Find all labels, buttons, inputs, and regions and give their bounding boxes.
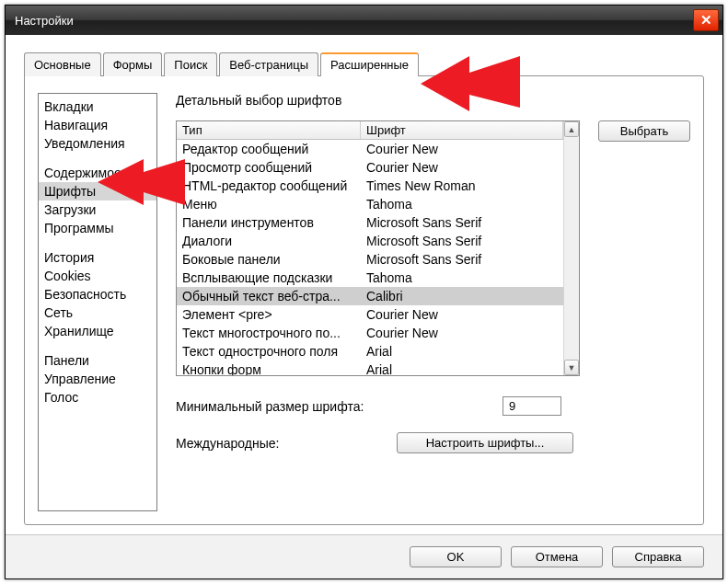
min-font-input[interactable] [503,396,561,416]
content-area: ОсновныеФормыПоискВеб-страницыРасширенны… [6,35,722,534]
settings-window: Настройки ✕ ОсновныеФормыПоискВеб-страни… [5,5,723,579]
cell-font: Microsoft Sans Serif [361,232,563,250]
font-selection-row: Тип Шрифт Редактор сообщенийCourier NewП… [176,120,690,376]
section-title: Детальный выбор шрифтов [176,93,690,108]
cell-type: Всплывающие подсказки [177,269,361,287]
scroll-track[interactable] [564,137,579,360]
category-sidebar: ВкладкиНавигацияУведомленияСодержимоеШри… [38,93,157,511]
tab-веб-страницы[interactable]: Веб-страницы [219,52,318,76]
font-table: Тип Шрифт Редактор сообщенийCourier NewП… [176,120,580,376]
cell-type: Текст многострочного по... [177,324,361,342]
table-row[interactable]: ДиалогиMicrosoft Sans Serif [177,232,563,250]
cell-type: Редактор сообщений [177,140,361,158]
cancel-button[interactable]: Отмена [511,546,603,567]
sidebar-item[interactable]: Навигация [39,116,156,134]
intl-label: Международные: [176,436,397,451]
tab-формы[interactable]: Формы [103,52,163,76]
sidebar-item[interactable]: Голос [39,388,156,407]
titlebar: Настройки ✕ [6,6,722,35]
scroll-down-icon[interactable]: ▼ [564,360,579,375]
font-table-body: Редактор сообщенийCourier NewПросмотр со… [177,140,563,375]
ok-button[interactable]: OK [410,546,502,567]
dialog-footer: OK Отмена Справка [6,534,722,578]
sidebar-item[interactable]: Шрифты [39,182,156,200]
cell-font: Tahoma [361,269,563,287]
sidebar-item[interactable]: Управление [39,370,156,388]
table-row[interactable]: Элемент <pre>Courier New [177,305,563,324]
cell-font: Arial [361,342,563,361]
cell-type: Просмотр сообщений [177,158,361,177]
cell-type: HTML-редактор сообщений [177,177,361,195]
font-table-header: Тип Шрифт [177,121,563,140]
sidebar-item[interactable]: Программы [39,219,156,237]
sidebar-item[interactable]: Уведомления [39,134,156,153]
sidebar-item[interactable]: Панели [39,351,156,370]
sidebar-item[interactable]: Хранилище [39,322,156,340]
table-row[interactable]: Текст многострочного по...Courier New [177,324,563,342]
sidebar-item[interactable]: Содержимое [39,164,156,182]
table-row[interactable]: Текст однострочного поляArial [177,342,563,361]
sidebar-item[interactable]: Загрузки [39,200,156,219]
cell-font: Times New Roman [361,177,563,195]
table-row[interactable]: Редактор сообщенийCourier New [177,140,563,158]
tab-panel: ВкладкиНавигацияУведомленияСодержимоеШри… [24,75,704,525]
table-row[interactable]: Просмотр сообщенийCourier New [177,158,563,177]
min-font-label: Минимальный размер шрифта: [176,399,397,414]
cell-font: Calibri [361,287,563,305]
intl-row: Международные: Настроить шрифты... [176,432,690,453]
sidebar-item[interactable]: Cookies [39,267,156,285]
tab-расширенные[interactable]: Расширенные [320,52,419,76]
vertical-scrollbar[interactable]: ▲ ▼ [563,121,579,375]
sidebar-item[interactable]: Безопасность [39,285,156,303]
table-row[interactable]: HTML-редактор сообщенийTimes New Roman [177,177,563,195]
cell-type: Панели инструментов [177,213,361,232]
table-row[interactable]: Обычный текст веб-стра...Calibri [177,287,563,305]
min-font-row: Минимальный размер шрифта: [176,396,690,416]
cell-type: Кнопки форм [177,361,361,375]
close-button[interactable]: ✕ [693,9,719,31]
configure-intl-fonts-button[interactable]: Настроить шрифты... [397,432,573,453]
table-row[interactable]: Панели инструментовMicrosoft Sans Serif [177,213,563,232]
column-font[interactable]: Шрифт [361,121,563,139]
choose-button[interactable]: Выбрать [598,120,690,142]
sidebar-item[interactable]: Вкладки [39,97,156,116]
sidebar-item[interactable]: Сеть [39,303,156,322]
cell-type: Элемент <pre> [177,305,361,324]
scroll-up-icon[interactable]: ▲ [564,121,579,137]
cell-font: Microsoft Sans Serif [361,250,563,269]
table-row[interactable]: МенюTahoma [177,195,563,213]
cell-font: Courier New [361,305,563,324]
tab-strip: ОсновныеФормыПоискВеб-страницыРасширенны… [24,52,704,75]
table-row[interactable]: Кнопки формArial [177,361,563,375]
tab-основные[interactable]: Основные [24,52,101,76]
cell-font: Microsoft Sans Serif [361,213,563,232]
cell-font: Courier New [361,140,563,158]
cell-type: Меню [177,195,361,213]
cell-type: Диалоги [177,232,361,250]
cell-font: Tahoma [361,195,563,213]
main-pane: Детальный выбор шрифтов Тип Шрифт Редакт… [157,93,690,511]
cell-type: Обычный текст веб-стра... [177,287,361,305]
tab-поиск[interactable]: Поиск [164,52,217,76]
help-button[interactable]: Справка [612,546,704,567]
cell-font: Arial [361,361,563,375]
table-row[interactable]: Всплывающие подсказкиTahoma [177,269,563,287]
cell-font: Courier New [361,324,563,342]
close-icon: ✕ [700,12,712,29]
column-type[interactable]: Тип [177,121,361,139]
cell-type: Текст однострочного поля [177,342,361,361]
cell-type: Боковые панели [177,250,361,269]
window-title: Настройки [15,14,693,28]
table-row[interactable]: Боковые панелиMicrosoft Sans Serif [177,250,563,269]
sidebar-item[interactable]: История [39,248,156,267]
cell-font: Courier New [361,158,563,177]
